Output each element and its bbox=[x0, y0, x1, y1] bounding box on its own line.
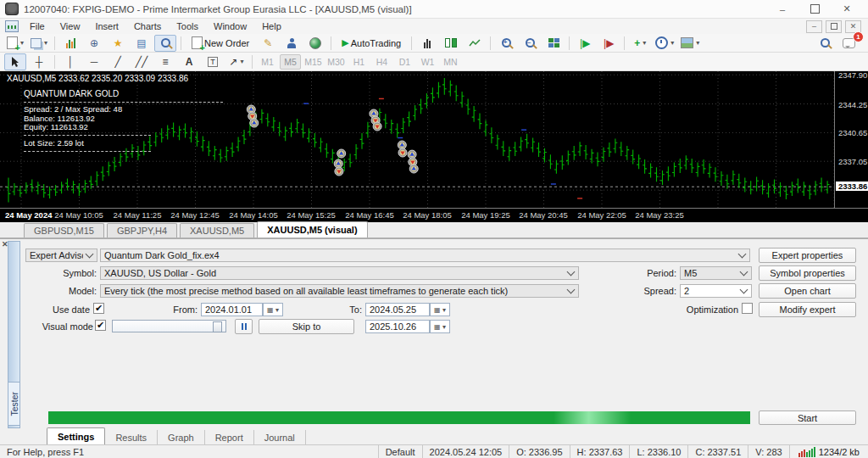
symbol-properties-button[interactable]: Symbol properties bbox=[759, 265, 856, 281]
templates-icon[interactable]: ▾ bbox=[678, 35, 702, 52]
zoom-in-icon[interactable]: + bbox=[495, 35, 517, 52]
timeframe-m5[interactable]: M5 bbox=[280, 54, 301, 70]
to-date-picker[interactable]: ▦ ▾ bbox=[430, 303, 450, 316]
publisher-icon[interactable] bbox=[281, 35, 303, 52]
crosshair-tool-icon[interactable]: ┼ bbox=[28, 53, 50, 70]
terminal-icon[interactable]: ▤ bbox=[131, 35, 153, 52]
strategy-tester-icon[interactable] bbox=[154, 35, 176, 52]
trendline-tool-icon[interactable]: ╱ bbox=[107, 53, 129, 70]
visual-mode-label: Visual mode bbox=[39, 321, 93, 332]
data-window-icon[interactable]: ⊕ bbox=[83, 35, 105, 52]
tester-tab-report[interactable]: Report bbox=[205, 430, 254, 445]
timeframe-mn[interactable]: MN bbox=[440, 54, 461, 70]
slider-thumb[interactable] bbox=[213, 321, 222, 332]
arrows-tool-icon[interactable]: ↗▾ bbox=[225, 53, 248, 70]
horizontal-line-tool-icon[interactable]: ─ bbox=[83, 53, 105, 70]
profiles-icon[interactable]: ▾ bbox=[28, 35, 50, 52]
market-watch-icon[interactable] bbox=[59, 35, 81, 52]
window-controls: – ✕ bbox=[766, 1, 863, 18]
symbol-select[interactable]: XAUUSD, US Dollar - Gold bbox=[100, 266, 579, 280]
period-select[interactable]: M5 bbox=[680, 266, 752, 280]
use-date-checkbox[interactable]: ✔ bbox=[93, 303, 104, 314]
to-date-field[interactable]: 2024.05.25 bbox=[365, 303, 430, 316]
skip-to-button[interactable]: Skip to bbox=[259, 319, 354, 334]
menu-tools[interactable]: Tools bbox=[169, 20, 206, 33]
from-date-picker[interactable]: ▦ ▾ bbox=[263, 303, 283, 316]
chart-tab-1[interactable]: GBPUSD,M15 bbox=[24, 223, 104, 237]
timeframe-m30[interactable]: M30 bbox=[326, 54, 347, 70]
visual-mode-checkbox[interactable]: ✔ bbox=[95, 320, 106, 331]
time-axis-label: 24 May 23:25 bbox=[635, 210, 684, 220]
mql5-community-icon[interactable] bbox=[304, 35, 326, 52]
timeframe-m1[interactable]: M1 bbox=[257, 54, 278, 70]
menu-insert[interactable]: Insert bbox=[87, 20, 126, 33]
mdi-restore-icon[interactable] bbox=[826, 20, 842, 33]
chat-icon[interactable]: 1 bbox=[837, 35, 860, 52]
chart-area[interactable]: 2347.902344.252340.652337.052333.86 24 M… bbox=[0, 71, 868, 222]
navigator-icon[interactable]: ★ bbox=[107, 35, 129, 52]
fibonacci-tool-icon[interactable]: ≡ bbox=[154, 53, 176, 70]
timeframe-d1[interactable]: D1 bbox=[394, 54, 415, 70]
open-chart-button[interactable]: Open chart bbox=[759, 283, 856, 299]
line-chart-icon[interactable] bbox=[464, 35, 486, 52]
skip-to-date-field[interactable]: 2025.10.26 bbox=[365, 320, 430, 333]
text-tool-icon[interactable]: A bbox=[178, 53, 200, 70]
menu-view[interactable]: View bbox=[53, 20, 88, 33]
step-forward-icon[interactable]: |▶ bbox=[574, 35, 596, 52]
periods-icon[interactable]: ▾ bbox=[653, 35, 676, 52]
trade-marker bbox=[398, 148, 407, 157]
autotrading-button[interactable]: ▶AutoTrading bbox=[336, 35, 407, 52]
model-select[interactable]: Every tick (the most precise method base… bbox=[100, 284, 579, 298]
spread-select[interactable]: 2 bbox=[680, 284, 752, 298]
new-chart-icon[interactable]: +▾ bbox=[4, 35, 26, 52]
skip-to-date-picker[interactable]: ▦ ▾ bbox=[430, 320, 450, 333]
chart-tab-4[interactable]: XAUUSD,M5 (visual) bbox=[257, 221, 367, 237]
tester-tab-graph[interactable]: Graph bbox=[158, 430, 205, 445]
vertical-line-tool-icon[interactable]: │ bbox=[59, 53, 81, 70]
metaeditor-icon[interactable]: ✎ bbox=[257, 35, 279, 52]
timeframe-w1[interactable]: W1 bbox=[417, 54, 438, 70]
menu-window[interactable]: Window bbox=[206, 20, 254, 33]
step-to-end-icon[interactable]: |▶ bbox=[598, 35, 620, 52]
chart-tab-2[interactable]: GBPJPY,H4 bbox=[107, 223, 177, 237]
timeframe-m15[interactable]: M15 bbox=[303, 54, 324, 70]
close-icon[interactable]: ✕ bbox=[831, 1, 863, 18]
trade-marker bbox=[398, 141, 406, 149]
expert-properties-label: Expert properties bbox=[772, 250, 843, 260]
pause-button[interactable] bbox=[235, 319, 253, 334]
mdi-minimize-icon[interactable]: – bbox=[806, 20, 822, 33]
expert-type-select[interactable]: Expert Advisor bbox=[25, 249, 97, 262]
candlestick-chart-icon[interactable] bbox=[440, 35, 462, 52]
optimization-checkbox[interactable] bbox=[742, 303, 753, 314]
cursor-tool-icon[interactable] bbox=[4, 53, 26, 70]
new-order-button[interactable]: +New Order bbox=[186, 35, 255, 52]
tester-tab-settings[interactable]: Settings bbox=[47, 427, 105, 445]
timeframe-h4[interactable]: H4 bbox=[371, 54, 392, 70]
tester-tab-results[interactable]: Results bbox=[105, 430, 158, 445]
from-date-field[interactable]: 2024.01.01 bbox=[201, 303, 263, 316]
start-button[interactable]: Start bbox=[759, 411, 856, 425]
maximize-icon[interactable] bbox=[798, 1, 831, 18]
tile-windows-icon[interactable] bbox=[542, 35, 565, 52]
indicators-icon[interactable]: +▾ bbox=[629, 35, 651, 52]
price-axis-label: 2337.05 bbox=[838, 157, 867, 166]
expert-name-select[interactable]: Quantum Dark Gold_fix.ex4 bbox=[100, 249, 750, 262]
text-label-tool-icon[interactable]: T bbox=[202, 53, 224, 70]
modify-expert-button[interactable]: Modify expert bbox=[759, 302, 856, 317]
menu-charts[interactable]: Charts bbox=[126, 20, 169, 33]
expert-properties-button[interactable]: Expert properties bbox=[759, 248, 856, 263]
zoom-out-icon[interactable]: – bbox=[519, 35, 541, 52]
status-cell-1: Default bbox=[378, 445, 422, 458]
menu-file[interactable]: File bbox=[22, 20, 53, 33]
search-icon[interactable] bbox=[814, 35, 836, 52]
minimize-icon[interactable]: – bbox=[766, 1, 798, 18]
chart-window-icon[interactable] bbox=[5, 20, 19, 32]
tester-strip-tab[interactable]: Tester bbox=[8, 382, 20, 426]
menu-help[interactable]: Help bbox=[254, 20, 289, 33]
bar-chart-icon[interactable] bbox=[416, 35, 438, 52]
timeframe-h1[interactable]: H1 bbox=[348, 54, 370, 70]
chart-tab-3[interactable]: XAUUSD,M5 bbox=[180, 223, 254, 237]
visual-speed-slider[interactable] bbox=[112, 320, 226, 332]
equidistant-channel-tool-icon[interactable]: ╱╱ bbox=[131, 53, 153, 70]
tester-tab-journal[interactable]: Journal bbox=[254, 430, 306, 445]
